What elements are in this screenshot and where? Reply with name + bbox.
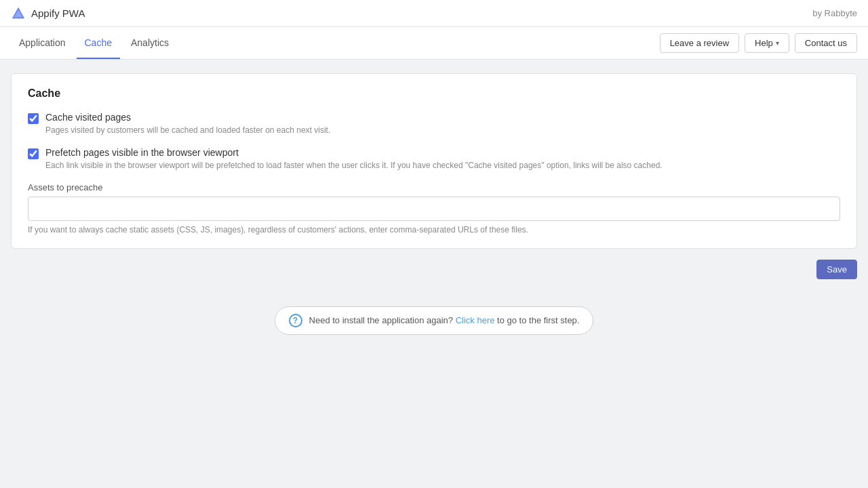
save-row: Save [11,260,857,279]
prefetch-pages-checkbox[interactable] [28,148,39,159]
info-icon: ? [289,314,302,327]
save-button[interactable]: Save [816,260,857,279]
info-banner-inner: ? Need to install the application again?… [275,306,594,335]
nav-actions: Leave a review Help ▾ Contact us [660,33,857,53]
chevron-down-icon: ▾ [776,39,779,47]
prefetch-pages-text: Prefetch pages visible in the browser vi… [45,147,663,171]
app-name: Appify PWA [31,7,85,19]
assets-precache-hint: If you want to always cache static asset… [28,225,840,235]
cache-visited-pages-desc: Pages visited by customers will be cache… [45,125,330,136]
cache-visited-pages-item: Cache visited pages Pages visited by cus… [28,112,840,136]
top-bar: Appify PWA by Rabbyte [0,0,868,27]
main-content: Cache Cache visited pages Pages visited … [0,60,868,348]
by-line: by Rabbyte [812,8,857,18]
tab-cache[interactable]: Cache [77,27,120,59]
top-bar-brand: Appify PWA [11,6,85,21]
leave-review-button[interactable]: Leave a review [660,33,739,53]
cache-title: Cache [28,87,840,100]
nav-tabs: Application Cache Analytics [11,27,177,59]
tab-analytics[interactable]: Analytics [123,27,177,59]
prefetch-pages-desc: Each link visible in the browser viewpor… [45,160,663,171]
info-banner-text: Need to install the application again? C… [309,315,580,325]
prefetch-pages-label: Prefetch pages visible in the browser vi… [45,147,663,158]
assets-precache-label: Assets to precache [28,182,840,192]
help-button[interactable]: Help ▾ [745,33,789,53]
click-here-link[interactable]: Click here [456,315,495,325]
app-logo-icon [11,6,26,21]
assets-precache-group: Assets to precache If you want to always… [28,182,840,235]
cache-visited-pages-text: Cache visited pages Pages visited by cus… [45,112,330,136]
cache-card: Cache Cache visited pages Pages visited … [11,73,857,249]
prefetch-pages-item: Prefetch pages visible in the browser vi… [28,147,840,171]
nav-bar: Application Cache Analytics Leave a revi… [0,27,868,60]
tab-application[interactable]: Application [11,27,74,59]
contact-us-button[interactable]: Contact us [795,33,857,53]
cache-visited-pages-label: Cache visited pages [45,112,330,123]
cache-visited-pages-checkbox[interactable] [28,113,39,124]
assets-precache-input[interactable] [28,197,840,221]
info-banner: ? Need to install the application again?… [11,306,857,335]
